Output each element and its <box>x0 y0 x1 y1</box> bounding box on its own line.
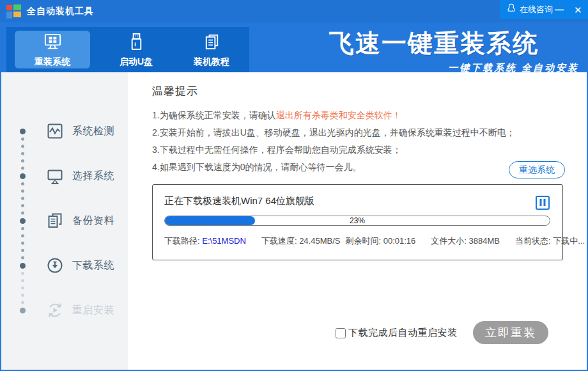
auto-restart-label: 下载完成后自动重启安装 <box>348 327 458 339</box>
minimize-button[interactable]: — <box>553 4 566 15</box>
monitor-grid-icon <box>43 32 63 54</box>
timeline-dot <box>1 198 31 243</box>
step-label: 备份资料 <box>72 214 114 228</box>
download-progress-card: 正在下载极速装机Win7 64位旗舰版 23% 下载路径: E:\51MSDN … <box>152 184 563 260</box>
step-download-system: 下载系统 <box>1 243 128 288</box>
tip-line: 2.安装开始前，请拔出U盘、移动硬盘，退出光驱内的光盘，并确保系统重装过程中不断… <box>152 124 515 141</box>
nav-tabs: 重装系统 启动U盘 <box>6 27 249 72</box>
download-stats: 下载路径: E:\51MSDN 下载速度: 24.45MB/S 剩余时间: 00… <box>164 235 588 247</box>
step-label: 重启安装 <box>72 304 114 317</box>
step-select-system: 选择系统 <box>1 154 128 198</box>
main-panel: 温馨提示 1.为确保系统正常安装，请确认退出所有杀毒类和安全类软件！ 2.安装开… <box>128 72 587 370</box>
tip-line: 1.为确保系统正常安装，请确认退出所有杀毒类和安全类软件！ <box>152 107 515 124</box>
timeline-dot <box>1 154 31 198</box>
header-banner: 重装系统 启动U盘 <box>0 22 588 72</box>
tab-label: 重装系统 <box>35 56 70 68</box>
tab-reinstall-system[interactable]: 重装系统 <box>15 31 90 68</box>
step-label: 选择系统 <box>72 170 114 183</box>
restart-install-icon <box>46 301 64 319</box>
timeline-dot <box>1 288 31 333</box>
tips-list: 1.为确保系统正常安装，请确认退出所有杀毒类和安全类软件！ 2.安装开始前，请拔… <box>152 107 515 176</box>
progress-bar: 23% <box>164 216 550 226</box>
step-system-check: 系统检测 <box>1 109 128 154</box>
online-service-label: 在线咨询 <box>520 4 553 15</box>
tab-label: 装机教程 <box>194 56 229 68</box>
auto-restart-checkbox[interactable] <box>336 328 346 338</box>
titlebar: 全自动装机工具 在线咨询 — ✕ <box>0 0 588 22</box>
pause-button[interactable] <box>536 196 550 210</box>
tip-warning-text: 退出所有杀毒类和安全类软件！ <box>276 110 401 120</box>
usb-drive-icon <box>127 32 146 54</box>
sidebar-steps: 系统检测 选择系统 <box>1 72 128 370</box>
tip-line: 4.如果遇到下载速度为0的情况，请耐心等待一会儿。 <box>152 159 515 176</box>
qq-chat-icon <box>506 3 516 16</box>
timeline-dot <box>1 109 31 154</box>
tutorial-pages-icon <box>202 32 222 54</box>
close-button[interactable]: ✕ <box>572 4 584 16</box>
online-service-button[interactable]: 在线咨询 — ✕ <box>500 0 588 19</box>
content: 系统检测 选择系统 <box>0 72 588 371</box>
tab-label: 启动U盘 <box>120 56 153 68</box>
tips-title: 温馨提示 <box>152 84 198 99</box>
stat-download-speed: 下载速度: 24.45MB/S <box>261 235 341 247</box>
progress-percent: 23% <box>165 216 550 225</box>
step-backup-files: 备份资料 <box>1 198 128 243</box>
reinstall-now-button[interactable]: 立即重装 <box>473 321 548 344</box>
tip-line: 3.下载过程中无需任何操作，程序会帮助您自动完成系统安装； <box>152 141 515 159</box>
stat-remaining-time: 剩余时间: 00:01:16 <box>345 235 415 247</box>
tab-boot-usb[interactable]: 启动U盘 <box>98 27 174 72</box>
timeline-dot <box>1 243 31 288</box>
tab-install-tutorial[interactable]: 装机教程 <box>174 27 249 72</box>
backup-files-icon <box>46 212 64 230</box>
step-label: 系统检测 <box>72 125 114 138</box>
download-icon <box>46 257 64 274</box>
windows-logo-icon <box>6 4 21 19</box>
stat-download-path: 下载路径: E:\51MSDN <box>164 235 246 247</box>
download-title: 正在下载极速装机Win7 64位旗舰版 <box>164 195 314 207</box>
system-check-icon <box>46 122 64 140</box>
step-label: 下载系统 <box>72 259 114 272</box>
app-window: 全自动装机工具 在线咨询 — ✕ <box>0 0 588 371</box>
reselect-system-button[interactable]: 重选系统 <box>509 161 565 178</box>
pause-icon <box>539 198 546 208</box>
select-system-icon <box>46 167 64 185</box>
app-title: 全自动装机工具 <box>27 6 94 17</box>
auto-restart-option: 下载完成后自动重启安装 <box>336 327 458 339</box>
banner-title: 飞速一键重装系统 <box>286 26 582 61</box>
step-restart-install: 重启安装 <box>1 288 128 333</box>
stat-current-status: 当前状态: 下载中... <box>515 235 585 247</box>
stat-file-size: 文件大小: 3884MB <box>431 235 500 247</box>
